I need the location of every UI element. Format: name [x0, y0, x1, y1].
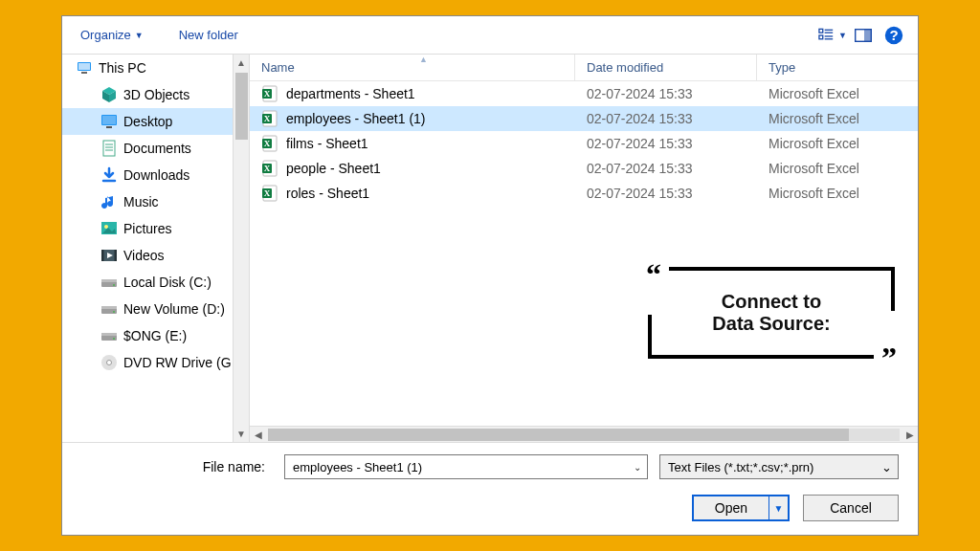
video-icon [100, 247, 118, 264]
sidebar-item-3d-objects[interactable]: 3D Objects [62, 81, 249, 108]
sidebar-item-label: Pictures [123, 221, 172, 236]
open-button[interactable]: Open ▼ [692, 495, 790, 521]
new-folder-button[interactable]: New folder [171, 22, 246, 48]
desktop-icon [100, 113, 118, 130]
file-name: roles - Sheet1 [286, 186, 369, 201]
sidebar-item-downloads[interactable]: Downloads [62, 162, 249, 188]
file-row[interactable]: roles - Sheet102-07-2024 15:33Microsoft … [250, 181, 918, 206]
excel-file-icon [261, 135, 278, 152]
pc-icon [76, 59, 93, 77]
svg-text:?: ? [889, 27, 898, 43]
scroll-thumb[interactable] [235, 73, 248, 140]
file-date: 02-07-2024 15:33 [575, 161, 757, 176]
list-view-icon [818, 28, 835, 43]
svg-rect-1 [819, 35, 823, 39]
sidebar-item-label: Videos [123, 248, 165, 263]
filetype-value: Text Files (*.txt;*.csv;*.prn) [668, 460, 813, 474]
sidebar-item-label: Documents [123, 141, 191, 156]
sidebar-item-this-pc[interactable]: This PC [62, 55, 249, 81]
sidebar-item-local-disk-c[interactable]: Local Disk (C:) [62, 269, 249, 296]
svg-rect-7 [864, 30, 871, 41]
sort-ascending-icon: ▲ [261, 55, 586, 64]
filename-input[interactable]: employees - Sheet1 (1) ⌄ [284, 454, 648, 479]
file-type: Microsoft Excel [757, 111, 918, 126]
new-folder-label: New folder [179, 28, 238, 42]
sidebar-item-label: This PC [99, 60, 146, 76]
sidebar-item-label: $ONG (E:) [123, 328, 187, 343]
sidebar-item-label: DVD RW Drive (G [123, 355, 232, 370]
file-name: people - Sheet1 [286, 161, 381, 176]
file-row[interactable]: films - Sheet102-07-2024 15:33Microsoft … [250, 131, 918, 156]
toolbar: Organize ▼ New folder ▼ ? [62, 16, 918, 55]
sidebar-item-pictures[interactable]: Pictures [62, 215, 249, 242]
open-split-dropdown[interactable]: ▼ [768, 496, 788, 519]
picture-icon [100, 220, 118, 237]
filetype-filter[interactable]: Text Files (*.txt;*.csv;*.prn) ⌄ [659, 454, 899, 479]
music-icon [100, 193, 118, 210]
download-icon [100, 166, 118, 184]
file-name: employees - Sheet1 (1) [286, 111, 426, 126]
drive-icon [100, 274, 118, 291]
column-date-label: Date modified [587, 60, 663, 75]
sidebar-item-label: 3D Objects [123, 87, 189, 102]
file-type: Microsoft Excel [757, 161, 918, 176]
cube-icon [100, 86, 118, 103]
sidebar-item-new-volume-d[interactable]: New Volume (D:) [62, 296, 249, 322]
scroll-thumb[interactable] [268, 429, 849, 441]
drive-icon [100, 300, 118, 318]
organize-label: Organize [80, 28, 131, 42]
sidebar-item-videos[interactable]: Videos [62, 242, 249, 269]
tree-scrollbar[interactable]: ▲ ▼ [233, 55, 249, 442]
sidebar-item-label: New Volume (D:) [123, 301, 225, 317]
view-options-button[interactable]: ▼ [818, 22, 847, 49]
chevron-down-icon: ⌄ [881, 460, 892, 474]
file-type: Microsoft Excel [757, 136, 918, 151]
filename-label: File name: [81, 459, 273, 474]
file-open-dialog: Organize ▼ New folder ▼ ? This PC3D Obje… [61, 15, 919, 536]
sidebar-item-label: Local Disk (C:) [123, 275, 212, 290]
sidebar-item-documents[interactable]: Documents [62, 135, 249, 162]
help-icon: ? [884, 26, 903, 45]
file-date: 02-07-2024 15:33 [575, 186, 757, 201]
excel-file-icon [261, 185, 278, 202]
file-type: Microsoft Excel [757, 186, 918, 201]
scroll-down-icon: ▼ [234, 426, 249, 442]
chevron-down-icon: ▼ [838, 31, 847, 40]
column-header-date[interactable]: Date modified [575, 55, 757, 80]
sidebar-item-dvd-rw[interactable]: DVD RW Drive (G [62, 349, 249, 376]
open-label: Open [694, 496, 768, 519]
excel-file-icon [261, 160, 278, 177]
chevron-down-icon: ⌄ [634, 462, 641, 473]
sidebar-item-desktop[interactable]: Desktop [62, 108, 249, 135]
organize-menu[interactable]: Organize ▼ [72, 21, 152, 49]
dvd-icon [100, 354, 118, 371]
svg-rect-0 [819, 29, 823, 33]
file-row[interactable]: departments - Sheet102-07-2024 15:33Micr… [250, 81, 918, 106]
scroll-up-icon: ▲ [234, 55, 249, 71]
cancel-button[interactable]: Cancel [803, 495, 899, 521]
excel-file-icon [261, 85, 278, 102]
file-row[interactable]: employees - Sheet1 (1)02-07-2024 15:33Mi… [250, 106, 918, 131]
sidebar-item-music[interactable]: Music [62, 188, 249, 215]
file-date: 02-07-2024 15:33 [575, 86, 757, 101]
file-date: 02-07-2024 15:33 [575, 136, 757, 151]
file-name: films - Sheet1 [286, 136, 368, 151]
sidebar-item-label: Downloads [123, 167, 189, 183]
file-date: 02-07-2024 15:33 [575, 111, 757, 126]
scroll-right-icon: ▶ [902, 427, 918, 443]
preview-pane-button[interactable] [849, 22, 878, 49]
scroll-left-icon: ◀ [250, 427, 266, 443]
bottom-panel: File name: employees - Sheet1 (1) ⌄ Text… [62, 442, 918, 535]
file-row[interactable]: people - Sheet102-07-2024 15:33Microsoft… [250, 156, 918, 181]
help-button[interactable]: ? [880, 22, 908, 49]
file-name: departments - Sheet1 [286, 86, 415, 101]
column-header-type[interactable]: Type [757, 55, 918, 80]
sidebar-item-label: Desktop [123, 114, 172, 129]
list-horizontal-scrollbar[interactable]: ◀ ▶ [250, 426, 918, 442]
folder-tree: This PC3D ObjectsDesktopDocumentsDownloa… [62, 55, 250, 442]
preview-pane-icon [855, 29, 872, 42]
column-headers: ▲ Name Date modified Type [250, 55, 918, 81]
column-header-name[interactable]: ▲ Name [250, 55, 575, 80]
sidebar-item-song-e[interactable]: $ONG (E:) [62, 322, 249, 349]
excel-file-icon [261, 110, 278, 127]
